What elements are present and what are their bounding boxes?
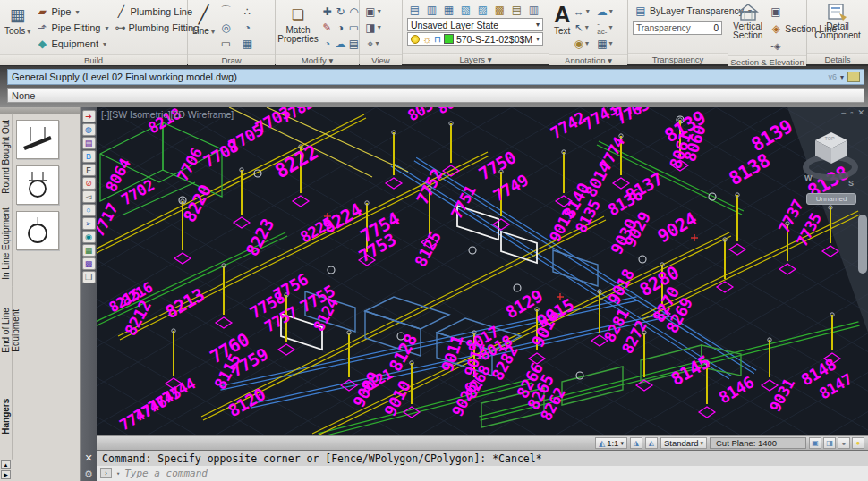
- palette-tab-hangers[interactable]: Hangers: [0, 373, 13, 460]
- command-input-line[interactable]: › ▾ Type a command: [97, 466, 868, 481]
- drawing-tab-active[interactable]: General Supply (Level 02 Final working m…: [7, 69, 864, 85]
- equipment-button[interactable]: ◆ Equipment: [34, 36, 113, 52]
- command-close-button[interactable]: ✕: [79, 451, 98, 466]
- detail-component-button[interactable]: Detail Component: [813, 2, 863, 50]
- compass-south-label[interactable]: S: [848, 179, 854, 188]
- layer-colors-icon[interactable]: ▤: [82, 137, 96, 149]
- viewcube-cube[interactable]: TOP: [815, 132, 847, 168]
- panel-label-details[interactable]: Details: [807, 53, 868, 64]
- orbit-eye-icon[interactable]: ◉: [82, 231, 96, 243]
- customize-icon[interactable]: ⚙: [79, 467, 98, 481]
- text-mask-icon[interactable]: -ac-: [597, 20, 612, 35]
- pipe-button[interactable]: ▰ Pipe: [34, 4, 113, 20]
- compass-west-label[interactable]: W: [804, 173, 813, 182]
- point-icon[interactable]: ∴: [240, 4, 255, 19]
- model-canvas[interactable]: 7739813981398060806181388138813781369024…: [97, 107, 868, 435]
- elevation-line-icon[interactable]: -◈: [768, 38, 783, 54]
- vertical-section-button[interactable]: Vertical Section: [731, 2, 764, 50]
- viewport-icon[interactable]: ▣: [366, 4, 381, 19]
- hardware-light-icon[interactable]: ●: [852, 437, 864, 449]
- viewcube-ucs-pill[interactable]: Unnamed: [806, 193, 856, 205]
- match-properties-button[interactable]: ❏ Match Properties: [278, 2, 318, 50]
- named-views-icon[interactable]: ◨: [366, 20, 381, 35]
- circle-icon[interactable]: ◎: [218, 20, 234, 35]
- layer-match-icon[interactable]: ▥: [526, 2, 541, 17]
- revision-cloud-icon[interactable]: ☁: [597, 4, 612, 19]
- navigation-scroll-handle[interactable]: [858, 215, 867, 274]
- autoscale-icon[interactable]: ◭: [645, 437, 658, 449]
- command-history-line[interactable]: Command: Specify opposite corner or [Fen…: [97, 451, 868, 466]
- layer-freeze-icon[interactable]: ▧: [458, 2, 473, 17]
- panel-label-transparency[interactable]: Transparency: [628, 53, 728, 64]
- drawing-viewport[interactable]: 7739813981398060806181388138813781369024…: [97, 107, 868, 435]
- no-entry-icon[interactable]: ⊘: [82, 177, 96, 190]
- line-button[interactable]: ╱ Line: [191, 2, 217, 50]
- text-button[interactable]: A Text: [552, 2, 572, 50]
- quick-view-icon[interactable]: ◨: [823, 437, 836, 449]
- grid-display-icon[interactable]: ▦: [82, 244, 96, 257]
- zoom-extents-icon[interactable]: ⌖: [366, 36, 381, 51]
- layer-state-combo[interactable]: Unsaved Layer State ▾: [407, 18, 543, 31]
- tools-button[interactable]: ▦ Tools: [3, 2, 32, 50]
- transparency-field[interactable]: Transparency 0: [633, 21, 722, 35]
- current-layer-combo[interactable]: ☼ ⊓ 570-S-Z1-02$0$M ▾: [407, 32, 543, 46]
- cut-plane-field[interactable]: Cut Plane: 1400: [710, 437, 806, 449]
- fillet-tool-icon[interactable]: F: [82, 164, 96, 176]
- palette-grip[interactable]: [0, 107, 80, 114]
- block-edit-icon[interactable]: B: [82, 150, 96, 163]
- ui-lock-icon[interactable]: ◒: [838, 437, 850, 449]
- model-space-icon[interactable]: ▣: [809, 437, 821, 449]
- chevron-down-icon[interactable]: ▾: [840, 73, 844, 81]
- zoom-window-icon[interactable]: ◍: [82, 123, 96, 136]
- panel-label-modify[interactable]: Modify ▾: [276, 54, 359, 65]
- palette-tab-round-bought-out[interactable]: Round Bought Out: [0, 114, 13, 200]
- plumbing-fitting-button[interactable]: ⊶ Plumbing Fitting: [113, 20, 199, 36]
- chevron-down-icon[interactable]: ▾: [116, 470, 120, 477]
- palette-item-trapeze-hanger[interactable]: [16, 120, 59, 159]
- palette-tab-end-of-line-equipment[interactable]: End of Line Equipment: [0, 287, 13, 374]
- palette-item-ring-hanger[interactable]: [16, 211, 59, 250]
- standard-combo[interactable]: Standard ▾: [660, 437, 707, 449]
- drawing-tab-secondary[interactable]: None: [7, 88, 864, 103]
- bubble-icon[interactable]: ◉: [574, 36, 589, 51]
- redline-arrow-icon[interactable]: ➔: [82, 110, 96, 122]
- multileader-icon[interactable]: ↖: [574, 20, 589, 35]
- panel-display-icon[interactable]: ▩: [82, 257, 96, 270]
- annotation-visibility-icon[interactable]: ◮: [630, 437, 642, 449]
- panel-label-draw[interactable]: Draw: [188, 54, 275, 65]
- pipe-fitting-button[interactable]: ⬏ Pipe Fitting: [34, 20, 113, 36]
- triangle-view-icon[interactable]: ◅: [82, 190, 96, 203]
- ellipse-icon[interactable]: ◔: [240, 20, 255, 35]
- palette-scroll-up-button[interactable]: ▲: [1, 460, 11, 469]
- dimension-icon[interactable]: ↔: [574, 4, 589, 19]
- arc-icon[interactable]: ⌒: [218, 4, 234, 19]
- layer-off-icon[interactable]: ▨: [475, 2, 490, 17]
- layer-unisolate-icon[interactable]: ▦: [441, 2, 456, 17]
- palette-tab-in-line-equipment[interactable]: In Line Equipment: [0, 200, 13, 287]
- layer-properties-icon[interactable]: ▤: [407, 2, 422, 17]
- plumbing-line-button[interactable]: ╱ Plumbing Line: [113, 4, 199, 20]
- rectangle-icon[interactable]: ▭: [218, 36, 234, 51]
- viewport-view-label[interactable]: [-][SW Isometric][2D Wireframe]: [101, 109, 234, 120]
- panel-label-build[interactable]: Build: [0, 54, 187, 65]
- select-arrow-icon[interactable]: ➢: [82, 217, 96, 230]
- hatch-icon[interactable]: ▦: [240, 36, 255, 51]
- drawing-bar-icon[interactable]: [847, 72, 860, 82]
- close-icon[interactable]: ✕: [857, 108, 864, 117]
- panel-label-view[interactable]: View: [360, 54, 402, 65]
- layer-isolate-icon[interactable]: ▥: [424, 2, 439, 17]
- layer-lock-icon[interactable]: ▩: [492, 2, 507, 17]
- restore-icon[interactable]: ▫: [850, 108, 853, 117]
- palette-scroll-right-button[interactable]: ▶: [1, 470, 11, 479]
- panel-label-annotation[interactable]: Annotation ▾: [549, 54, 627, 65]
- viewcube[interactable]: W S TOP Unnamed: [802, 127, 861, 213]
- window-tile-icon[interactable]: ❒: [82, 271, 96, 283]
- table-icon[interactable]: ▦: [597, 36, 612, 51]
- layer-prev-icon[interactable]: ▤: [509, 2, 524, 17]
- minimize-icon[interactable]: –: [841, 108, 846, 117]
- zoom-object-icon[interactable]: ○: [82, 204, 96, 216]
- section-box-icon[interactable]: ▣: [768, 4, 783, 19]
- panel-label-layers[interactable]: Layers ▾: [403, 53, 549, 64]
- annotation-scale-button[interactable]: ◭ 1:1 ▾: [595, 437, 627, 449]
- palette-item-clevis-hanger[interactable]: [16, 165, 59, 205]
